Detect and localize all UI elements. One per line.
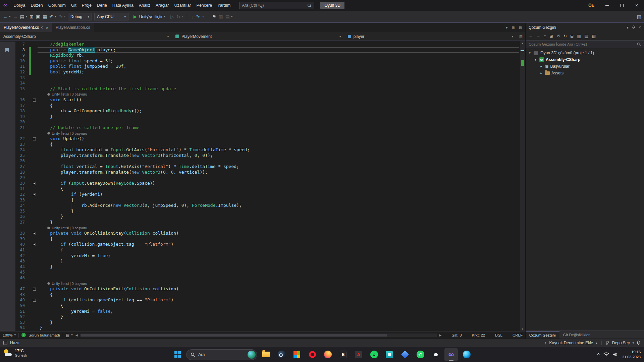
- fold-collapse-icon[interactable]: [33, 288, 36, 291]
- code-text[interactable]: private void OnCollisionExit(Collision c…: [38, 286, 519, 292]
- line-number[interactable]: 15: [15, 86, 29, 92]
- line-number[interactable]: 50: [15, 303, 29, 309]
- spotify-icon[interactable]: ♫: [367, 348, 381, 361]
- line-number[interactable]: 9: [15, 53, 29, 58]
- code-line[interactable]: 8 public GameObject player;: [0, 47, 519, 53]
- search-highlight-image[interactable]: [248, 351, 256, 359]
- line-number[interactable]: 39: [15, 236, 29, 242]
- code-text[interactable]: {: [38, 292, 519, 298]
- glyph-margin[interactable]: [0, 192, 15, 197]
- code-text[interactable]: //değişkenler: [38, 42, 519, 47]
- code-line[interactable]: 26: [0, 158, 519, 164]
- code-text[interactable]: if (collision.gameObject.tag == "Platfor…: [38, 242, 519, 247]
- line-number[interactable]: 7: [15, 42, 29, 47]
- line-number[interactable]: 18: [15, 108, 29, 114]
- glyph-margin[interactable]: [0, 253, 15, 259]
- code-text[interactable]: player.transform.Translate(new Vector3(h…: [38, 153, 519, 159]
- code-text[interactable]: }: [38, 320, 519, 325]
- line-number[interactable]: 36: [15, 214, 29, 220]
- line-number[interactable]: 52: [15, 314, 29, 320]
- expand-twisty-icon[interactable]: ▸: [539, 65, 543, 68]
- line-number[interactable]: 49: [15, 297, 29, 303]
- solution-name-badge[interactable]: Oyun 3D: [320, 2, 344, 9]
- glyph-margin[interactable]: [0, 97, 15, 103]
- code-text[interactable]: private void OnCollisionStay(Collision c…: [38, 231, 519, 236]
- code-line[interactable]: 20: [0, 119, 519, 125]
- glyph-margin[interactable]: [0, 258, 15, 264]
- line-number[interactable]: 51: [15, 309, 29, 314]
- unity-message-link[interactable]: Unity İletisi | 0 başvuru: [52, 281, 87, 287]
- code-line[interactable]: 30 if (Input.GetKeyDown(KeyCode.Space)): [0, 181, 519, 186]
- line-number[interactable]: 13: [15, 75, 29, 81]
- glyph-margin[interactable]: [0, 142, 15, 147]
- code-line[interactable]: 15 // Start is called before the first f…: [0, 86, 519, 92]
- code-line[interactable]: 54}: [0, 325, 519, 331]
- code-line[interactable]: 14: [0, 80, 519, 86]
- code-line[interactable]: 17 {: [0, 103, 519, 109]
- fold-collapse-icon[interactable]: [33, 137, 36, 140]
- code-line[interactable]: 47 private void OnCollisionExit(Collisio…: [0, 286, 519, 292]
- code-line[interactable]: 53 }: [0, 320, 519, 325]
- glyph-margin[interactable]: [0, 203, 15, 208]
- line-number[interactable]: 31: [15, 186, 29, 192]
- microsoft-store-icon[interactable]: [290, 348, 304, 361]
- visual-studio-icon[interactable]: ∞: [444, 348, 458, 361]
- line-number[interactable]: 43: [15, 258, 29, 264]
- code-text[interactable]: }: [38, 258, 519, 264]
- glyph-margin[interactable]: [0, 269, 15, 275]
- insert-mode-indicator[interactable]: BŞL: [495, 333, 502, 337]
- glyph-margin[interactable]: [0, 164, 15, 170]
- properties-icon[interactable]: ▤: [584, 34, 588, 39]
- glyph-margin[interactable]: [0, 175, 15, 181]
- code-text[interactable]: [38, 80, 519, 86]
- glyph-margin[interactable]: [0, 292, 15, 298]
- code-text[interactable]: {: [38, 236, 519, 242]
- code-line[interactable]: 46: [0, 275, 519, 281]
- active-files-caret-icon[interactable]: ▾: [506, 25, 508, 30]
- save-all-icon[interactable]: ▦: [43, 14, 47, 19]
- fold-collapse-icon[interactable]: [33, 299, 36, 302]
- line-number[interactable]: 25: [15, 153, 29, 159]
- code-text[interactable]: public float jumpSpeed = 10f;: [38, 64, 519, 69]
- menu-proje[interactable]: Proje: [79, 0, 94, 11]
- code-text[interactable]: }: [38, 208, 519, 214]
- code-line[interactable]: 21 // Update is called once per frame: [0, 125, 519, 131]
- unity-message-link[interactable]: Unity İletisi | 0 başvuru: [52, 92, 87, 97]
- code-text[interactable]: }: [38, 325, 519, 331]
- glyph-margin[interactable]: [0, 297, 15, 303]
- glyph-margin[interactable]: [0, 53, 15, 58]
- code-text[interactable]: void Update(): [38, 136, 519, 142]
- float-window-icon[interactable]: ⊞: [512, 25, 515, 30]
- bookmark-icon[interactable]: [5, 48, 9, 52]
- code-lens-row[interactable]: Unity İletisi | 0 başvuru: [0, 92, 519, 97]
- line-number[interactable]: 29: [15, 175, 29, 181]
- code-line[interactable]: 27 float vertical = Input.GetAxis("Verti…: [0, 164, 519, 170]
- menu-git[interactable]: Git: [68, 0, 79, 11]
- glyph-margin[interactable]: [0, 64, 15, 69]
- menu-derle[interactable]: Derle: [94, 0, 110, 11]
- code-text[interactable]: rb = GetComponent<Rigidbody>();: [38, 108, 519, 114]
- glyph-margin[interactable]: [0, 158, 15, 164]
- split-window-icon[interactable]: ⊟: [519, 25, 522, 30]
- navigate-back-icon[interactable]: ←: [3, 14, 8, 19]
- code-line[interactable]: 13: [0, 75, 519, 81]
- tree-item-assets[interactable]: ▸Assets: [526, 70, 644, 76]
- code-line[interactable]: 33 {: [0, 197, 519, 203]
- code-line[interactable]: 35 }: [0, 208, 519, 214]
- opera-icon[interactable]: [306, 348, 319, 361]
- minimize-button[interactable]: [600, 0, 614, 11]
- code-text[interactable]: {: [38, 103, 519, 109]
- teal-chat-icon[interactable]: [383, 348, 396, 361]
- caret-line-indicator[interactable]: Sat: 8: [452, 333, 462, 337]
- fold-collapse-icon[interactable]: [33, 232, 36, 235]
- code-line[interactable]: 9 Rigidbody rb;: [0, 53, 519, 58]
- glyph-margin[interactable]: [0, 153, 15, 159]
- code-line[interactable]: 38 private void OnCollisionStay(Collisio…: [0, 231, 519, 236]
- code-line[interactable]: 32 if (yerdeMi): [0, 192, 519, 197]
- code-text[interactable]: Rigidbody rb;: [38, 53, 519, 58]
- back-icon[interactable]: ←: [529, 34, 533, 38]
- previous-bookmark-icon[interactable]: ▥: [219, 14, 223, 19]
- switch-views-icon[interactable]: ⊞: [550, 34, 553, 39]
- code-text[interactable]: {: [38, 197, 519, 203]
- menu-analiz[interactable]: Analiz: [136, 0, 153, 11]
